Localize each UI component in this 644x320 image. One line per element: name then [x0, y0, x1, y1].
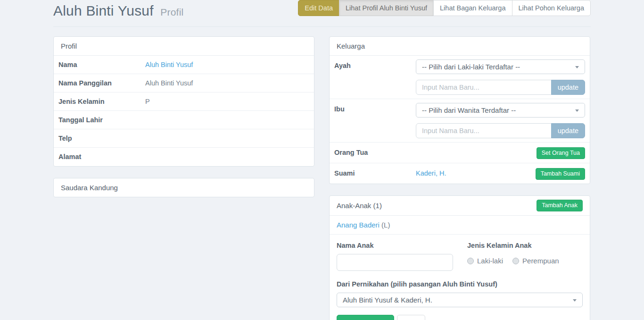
profil-panel: Profil Nama Aluh Binti Yusuf Nama Panggi…	[53, 36, 314, 167]
lihat-bagan-button[interactable]: Lihat Bagan Keluarga	[433, 0, 512, 16]
table-row: Nama Aluh Binti Yusuf	[54, 56, 314, 74]
radio-perempuan-label: Perempuan	[522, 257, 559, 265]
saudara-kandung-title: Saudara Kandung	[54, 178, 314, 197]
anak-anak-title: Anak-Anak (1)	[337, 202, 382, 210]
ayah-name-input[interactable]	[416, 80, 552, 95]
ibu-select[interactable]: -- Pilih dari Wanita Terdaftar --	[416, 103, 585, 118]
orang-tua-row: Orang Tua Set Orang Tua	[330, 143, 590, 163]
page-subtitle: Profil	[160, 7, 183, 17]
child-gender: (L)	[381, 221, 390, 229]
row-label: Nama	[58, 61, 145, 68]
ibu-label: Ibu	[334, 103, 416, 113]
radio-laki-laki-label: Laki-laki	[477, 257, 503, 265]
tambah-suami-button[interactable]: Tambah Suami	[536, 168, 585, 180]
saudara-kandung-panel: Saudara Kandung	[53, 178, 314, 197]
ayah-row: Ayah -- Pilih dari Laki-laki Terdaftar -…	[330, 56, 590, 99]
radio-laki-laki[interactable]: Laki-laki	[467, 257, 503, 265]
person-name: Aluh Binti Yusuf	[53, 3, 154, 18]
nama-link[interactable]: Aluh Binti Yusuf	[145, 61, 193, 68]
page-title: Aluh Binti Yusuf Profil	[53, 3, 183, 19]
table-row: Tanggal Lahir	[54, 111, 314, 129]
keluarga-panel: Keluarga Ayah -- Pilih dari Laki-laki Te…	[329, 36, 590, 184]
page-container: Aluh Binti Yusuf Profil Edit Data Lihat …	[53, 0, 591, 320]
jenis-kelamin-anak-label: Jenis Kelamin Anak	[467, 242, 559, 249]
ayah-label: Ayah	[334, 59, 416, 69]
anak-anak-panel: Anak-Anak (1) Tambah Anak Anang Baderi (…	[329, 195, 590, 320]
table-row: Nama Panggilan Aluh Binti Yusuf	[54, 74, 314, 93]
orang-tua-label: Orang Tua	[334, 146, 368, 156]
radio-icon	[467, 258, 474, 264]
ayah-select-value: -- Pilih dari Laki-laki Terdaftar --	[422, 63, 520, 71]
ibu-name-input[interactable]	[416, 123, 552, 138]
child-list-item: Anang Baderi (L)	[330, 216, 590, 235]
ibu-select-value: -- Pilih dari Wanita Terdaftar --	[422, 106, 516, 114]
set-orang-tua-button[interactable]: Set Orang Tua	[537, 147, 585, 159]
suami-link[interactable]: Kaderi, H.	[416, 169, 446, 177]
ibu-row: Ibu -- Pilih dari Wanita Terdaftar -- up…	[330, 99, 590, 143]
view-button-group: Edit Data Lihat Profil Aluh Binti Yusuf …	[298, 0, 591, 16]
row-label: Tanggal Lahir	[58, 116, 145, 124]
edit-data-button[interactable]: Edit Data	[298, 0, 339, 16]
lihat-pohon-button[interactable]: Lihat Pohon Keluarga	[512, 0, 591, 16]
radio-perempuan[interactable]: Perempuan	[512, 257, 559, 265]
pernikahan-select[interactable]: Aluh Binti Yusuf & Kaderi, H.	[337, 293, 583, 307]
chevron-down-icon	[575, 109, 579, 112]
table-row: Alamat	[54, 148, 314, 166]
ibu-update-button[interactable]: update	[551, 123, 585, 138]
nama-anak-input[interactable]	[337, 254, 453, 271]
dari-pernikahan-label: Dari Pernikahan (pilih pasangan Aluh Bin…	[337, 280, 583, 288]
row-value: P	[145, 98, 150, 105]
left-column: Profil Nama Aluh Binti Yusuf Nama Panggi…	[53, 36, 314, 209]
ayah-select[interactable]: -- Pilih dari Laki-laki Terdaftar --	[416, 59, 585, 74]
row-label: Nama Panggilan	[58, 79, 145, 87]
suami-label: Suami	[334, 167, 416, 177]
table-row: Telp	[54, 129, 314, 148]
right-column: Keluarga Ayah -- Pilih dari Laki-laki Te…	[329, 36, 590, 320]
keluarga-panel-title: Keluarga	[330, 37, 590, 56]
ayah-update-button[interactable]: update	[551, 80, 585, 95]
row-label: Alamat	[58, 153, 145, 160]
suami-row: Suami Kaderi, H. Tambah Suami	[330, 163, 590, 184]
tambah-anak-submit-button[interactable]: Tambah Anak	[337, 315, 394, 320]
radio-icon	[512, 258, 519, 264]
table-row: Jenis Kelamin P	[54, 93, 314, 111]
pernikahan-select-value: Aluh Binti Yusuf & Kaderi, H.	[343, 296, 432, 304]
tambah-anak-header-button[interactable]: Tambah Anak	[537, 200, 583, 211]
lihat-profil-button[interactable]: Lihat Profil Aluh Binti Yusuf	[339, 0, 434, 16]
row-label: Telp	[58, 135, 145, 142]
nama-anak-label: Nama Anak	[337, 242, 453, 249]
page-header: Aluh Binti Yusuf Profil Edit Data Lihat …	[53, 0, 591, 27]
row-value: Aluh Binti Yusuf	[145, 79, 193, 87]
add-child-form: Nama Anak Jenis Kelamin Anak Laki-laki	[330, 235, 590, 320]
chevron-down-icon	[573, 299, 577, 302]
row-label: Jenis Kelamin	[58, 98, 145, 105]
chevron-down-icon	[575, 66, 579, 68]
profil-panel-title: Profil	[54, 37, 314, 56]
child-link[interactable]: Anang Baderi	[337, 221, 380, 229]
batal-button[interactable]: Batal	[397, 315, 425, 320]
